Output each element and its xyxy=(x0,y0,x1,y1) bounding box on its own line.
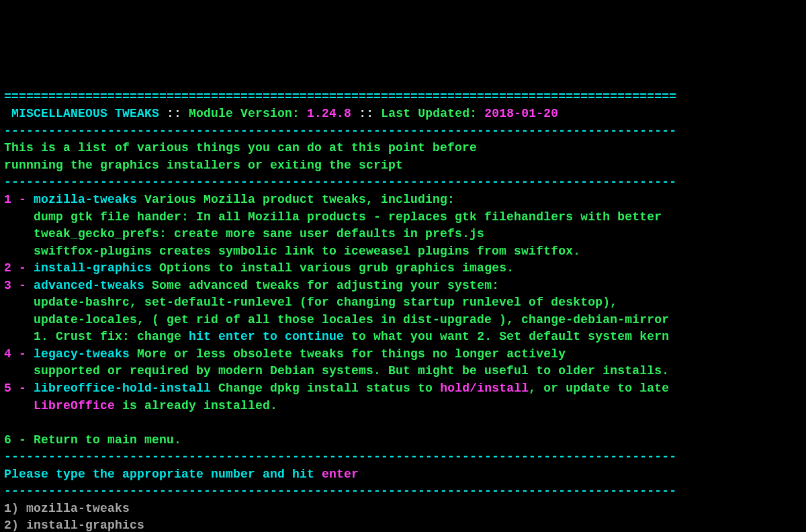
sep: :: xyxy=(351,107,381,120)
item-detail: tweak_gecko_prefs: create more sane user… xyxy=(4,227,484,240)
item-desc: Some advanced tweaks for adjusting your … xyxy=(144,279,499,292)
item-detail: swiftfox-plugins creates symbolic link t… xyxy=(4,245,580,258)
version-value: 1.24.8 xyxy=(307,107,351,120)
item-detail: 1. Crust fix: change xyxy=(4,330,189,343)
updated-label: Last Updated: xyxy=(381,107,477,120)
intro-line: This is a list of various things you can… xyxy=(4,141,477,154)
item-detail: update-bashrc, set-default-runlevel (for… xyxy=(4,296,617,309)
item-detail: is already installed. xyxy=(115,399,277,412)
item-name: legacy-tweaks xyxy=(34,347,130,361)
item-detail: update-locales, ( get rid of all those l… xyxy=(4,313,669,326)
item-name: mozilla-tweaks xyxy=(34,193,137,206)
item-detail xyxy=(4,399,34,412)
item-return: 6 - Return to main menu. xyxy=(4,433,181,447)
rule-top: ========================================… xyxy=(4,90,676,103)
menu-option-2[interactable]: 2) install-graphics xyxy=(4,519,144,532)
prompt-enter: enter xyxy=(322,468,359,481)
item-num: 3 - xyxy=(4,279,34,292)
menu-option-1[interactable]: 1) mozilla-tweaks xyxy=(4,502,130,515)
inline-highlight: hit enter to continue xyxy=(189,330,344,343)
item-desc: Options to install various grub graphics… xyxy=(152,261,514,275)
intro-line: runnning the graphics installers or exit… xyxy=(4,159,403,172)
item-num: 4 - xyxy=(4,347,34,361)
terminal-output: ========================================… xyxy=(4,71,802,532)
prompt-text: Please type the appropriate number and h… xyxy=(4,468,322,481)
title: MISCELLANEOUS TWEAKS xyxy=(4,107,159,120)
item-desc: More or less obsolete tweaks for things … xyxy=(130,347,566,361)
sep: :: xyxy=(159,107,189,120)
inline-highlight: LibreOffice xyxy=(34,399,115,412)
item-desc: Change dpkg install status to xyxy=(211,382,440,395)
item-detail: to what you want 2. Set default system k… xyxy=(344,330,669,343)
item-name: install-graphics xyxy=(34,261,152,275)
rule: ----------------------------------------… xyxy=(4,484,676,498)
version-label: Module Version: xyxy=(189,107,300,120)
item-desc: Various Mozilla product tweaks, includin… xyxy=(137,193,455,206)
item-name: libreoffice-hold-install xyxy=(34,382,211,395)
item-num: 1 - xyxy=(4,193,34,206)
item-num: 5 - xyxy=(4,382,34,395)
item-num: 2 - xyxy=(4,261,34,275)
rule: ----------------------------------------… xyxy=(4,175,676,189)
rule: ----------------------------------------… xyxy=(4,124,676,138)
updated-value: 2018-01-20 xyxy=(484,107,558,120)
inline-highlight: hold/install xyxy=(440,382,529,395)
item-name: advanced-tweaks xyxy=(34,279,144,292)
item-detail: supported or required by modern Debian s… xyxy=(4,364,669,378)
item-detail: dump gtk file hander: In all Mozilla pro… xyxy=(4,210,662,224)
item-desc: , or update to late xyxy=(529,382,669,395)
rule: ----------------------------------------… xyxy=(4,450,676,463)
